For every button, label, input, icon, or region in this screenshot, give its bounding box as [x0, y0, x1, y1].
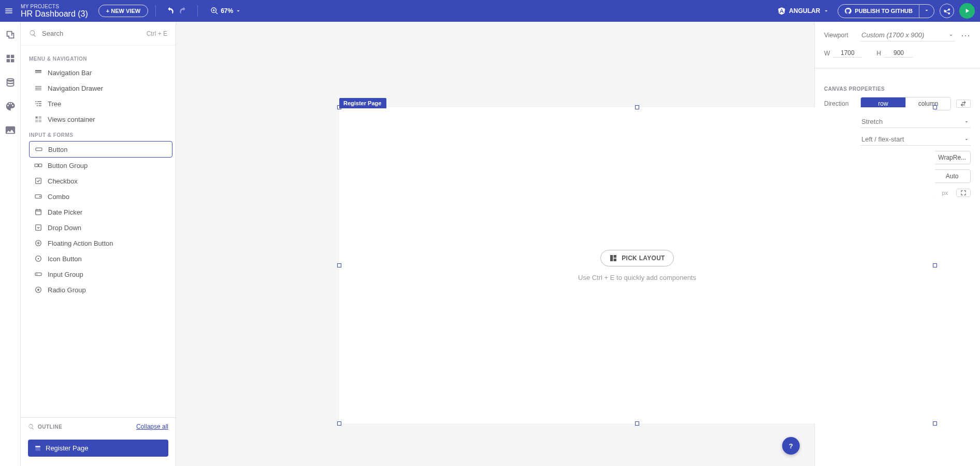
publish-label: PUBLISH TO GITHUB — [855, 8, 913, 14]
chevron-down-icon — [963, 136, 970, 143]
resize-handle[interactable] — [933, 105, 937, 109]
rail-components[interactable] — [5, 53, 16, 64]
comp-label: Combo — [48, 193, 69, 201]
project-title: HR Dashboard (3) — [21, 9, 88, 19]
svg-point-12 — [37, 289, 39, 291]
auto-button[interactable]: Auto — [933, 170, 970, 182]
menu-button[interactable] — [0, 0, 18, 22]
expand-icon — [960, 189, 967, 196]
rail-theme[interactable] — [5, 101, 16, 112]
pick-layout-button[interactable]: PICK LAYOUT — [600, 250, 674, 266]
play-icon — [963, 7, 971, 15]
search-shortcut: Ctrl + E — [147, 30, 167, 37]
swap-axes-button[interactable] — [956, 100, 971, 108]
comp-label: Tree — [48, 100, 61, 108]
chevron-down-icon — [924, 7, 930, 13]
page-tag[interactable]: Register Page — [339, 98, 386, 108]
section-input-forms: INPUT & FORMS — [29, 132, 172, 138]
framework-name: ANGULAR — [789, 7, 820, 15]
comp-combo[interactable]: Combo — [29, 189, 172, 204]
chevron-down-icon — [823, 8, 829, 14]
svg-rect-3 — [36, 178, 41, 184]
svg-rect-5 — [36, 209, 41, 215]
comp-fab[interactable]: Floating Action Button — [29, 235, 172, 251]
collapse-all-link[interactable]: Collapse all — [136, 423, 168, 430]
page-icon — [34, 445, 41, 452]
outline-item-label: Register Page — [46, 444, 88, 452]
comp-tree[interactable]: Tree — [29, 96, 172, 111]
comp-radio-group[interactable]: Radio Group — [29, 282, 172, 298]
comp-label: Checkbox — [48, 177, 78, 185]
canvas-area[interactable]: Register Page PICK LAYOUT Use Ctrl + E t… — [176, 22, 814, 466]
divider — [155, 5, 156, 17]
outline-panel: OUTLINE Collapse all Register Page — [21, 417, 176, 466]
width-input[interactable] — [833, 49, 862, 58]
rail-pages[interactable] — [5, 29, 16, 40]
comp-input-group[interactable]: Input Group — [29, 266, 172, 282]
width-label: W — [824, 50, 830, 57]
left-panel: Ctrl + E MENU & NAVIGATION Navigation Ba… — [21, 22, 176, 466]
project-block: MY PROJECTS HR Dashboard (3) — [21, 4, 88, 19]
comp-icon-button[interactable]: Icon Button — [29, 251, 172, 266]
preview-button[interactable] — [959, 3, 975, 19]
outline-label: OUTLINE — [38, 424, 62, 430]
divider — [815, 68, 980, 68]
resize-handle[interactable] — [933, 263, 937, 267]
divider — [197, 5, 198, 17]
search-row: Ctrl + E — [21, 22, 176, 46]
outline-register-page[interactable]: Register Page — [28, 440, 168, 457]
comp-views-container[interactable]: Views container — [29, 111, 172, 127]
comp-button[interactable]: Button — [29, 141, 172, 158]
wrapreverse-button[interactable]: WrapRe... — [933, 151, 970, 164]
framework-selector[interactable]: ANGULAR — [777, 7, 829, 15]
publish-dropdown[interactable] — [919, 5, 934, 18]
comp-button-group[interactable]: Button Group — [29, 158, 172, 173]
resize-handle[interactable] — [635, 421, 639, 426]
gap-unit: px — [942, 190, 948, 196]
comp-drop-down[interactable]: Drop Down — [29, 220, 172, 235]
components-list[interactable]: MENU & NAVIGATION Navigation Bar Navigat… — [21, 46, 176, 417]
viewport-select[interactable]: Custom (1700 x 900) — [860, 29, 955, 41]
comp-label: Drop Down — [48, 224, 81, 232]
gap-link-button[interactable] — [956, 189, 971, 197]
valign-select[interactable]: Stretch — [860, 116, 971, 128]
help-button[interactable]: ? — [782, 437, 800, 455]
search-icon — [28, 423, 35, 430]
new-view-button[interactable]: + NEW VIEW — [98, 5, 148, 17]
more-button[interactable]: ⋯ — [960, 33, 971, 37]
canvas-hint: Use Ctrl + E to quickly add components — [578, 274, 696, 281]
undo-button[interactable] — [163, 4, 177, 18]
zoom-value: 67% — [221, 7, 233, 15]
chevron-down-icon — [948, 32, 954, 38]
svg-rect-10 — [35, 273, 41, 275]
comp-label: Date Picker — [48, 208, 82, 216]
resize-handle[interactable] — [337, 421, 341, 426]
resize-handle[interactable] — [635, 105, 639, 109]
share-button[interactable] — [940, 4, 954, 18]
search-input[interactable] — [41, 29, 142, 38]
halign-select[interactable]: Left / flex-start — [860, 133, 971, 146]
height-input[interactable] — [884, 49, 913, 58]
chevron-down-icon — [235, 8, 241, 14]
zoom-control[interactable]: 67% — [210, 7, 241, 15]
comp-navigation-bar[interactable]: Navigation Bar — [29, 65, 172, 80]
resize-handle[interactable] — [337, 263, 341, 267]
comp-label: Radio Group — [48, 286, 86, 294]
comp-date-picker[interactable]: Date Picker — [29, 204, 172, 220]
breadcrumb[interactable]: MY PROJECTS — [21, 4, 88, 9]
redo-button — [177, 4, 190, 18]
github-icon — [844, 7, 852, 15]
viewport-label: Viewport — [824, 32, 855, 39]
top-bar: MY PROJECTS HR Dashboard (3) + NEW VIEW … — [0, 0, 980, 22]
publish-button[interactable]: PUBLISH TO GITHUB — [838, 5, 919, 17]
swap-icon — [960, 100, 967, 107]
canvas-page[interactable]: PICK LAYOUT Use Ctrl + E to quickly add … — [339, 107, 935, 423]
section-menu-nav: MENU & NAVIGATION — [29, 56, 172, 62]
rail-data[interactable] — [5, 77, 16, 88]
resize-handle[interactable] — [933, 421, 937, 426]
height-label: H — [876, 50, 881, 57]
comp-checkbox[interactable]: Checkbox — [29, 173, 172, 189]
rail-assets[interactable] — [5, 124, 16, 136]
comp-navigation-drawer[interactable]: Navigation Drawer — [29, 80, 172, 96]
comp-label: Input Group — [48, 271, 83, 278]
